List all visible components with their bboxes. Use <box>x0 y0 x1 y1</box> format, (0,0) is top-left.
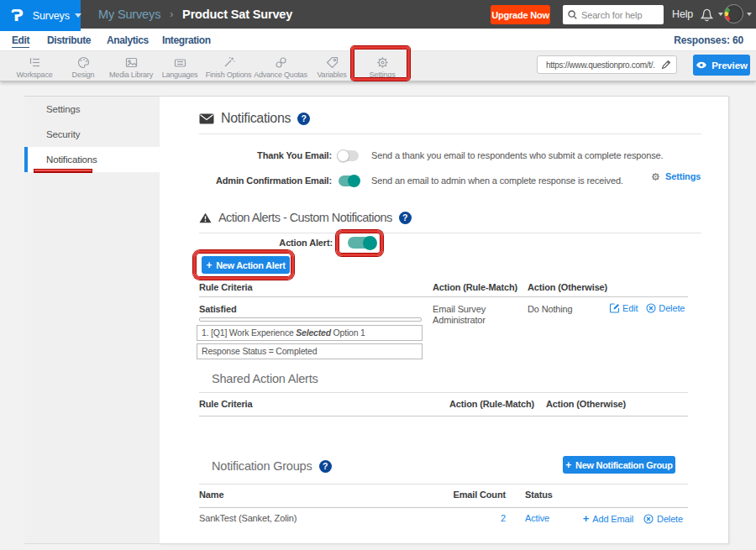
envelope-icon <box>199 113 214 124</box>
table-top-line <box>199 392 688 393</box>
group-status[interactable]: Active <box>525 513 549 523</box>
edit-alert-link[interactable]: Edit <box>622 303 638 313</box>
warning-icon <box>199 212 212 223</box>
survey-url-field[interactable]: https://www.questionpro.com/t/. <box>537 55 677 74</box>
responses-count[interactable]: Responses: 60 <box>674 34 743 46</box>
notifications-annotation-underline <box>34 169 92 173</box>
notifications-bell-button[interactable] <box>699 6 723 23</box>
shared-action-otherwise-header: Action (Otherwise) <box>546 399 626 409</box>
action-alerts-help-icon[interactable]: ? <box>399 212 412 224</box>
avatar <box>724 4 743 24</box>
chain-links-icon <box>274 55 288 70</box>
action-rule-match-value: Email Survey Administrator <box>433 304 508 326</box>
admin-email-settings-link[interactable]: Settings <box>651 171 701 181</box>
help-link[interactable]: Help <box>672 8 693 20</box>
table-divider <box>199 507 688 508</box>
breadcrumb-separator: › <box>170 8 173 20</box>
notification-groups-help-icon[interactable]: ? <box>319 460 332 473</box>
action-otherwise-header: Action (Otherwise) <box>528 282 607 292</box>
divider <box>199 134 701 134</box>
delete-alert-link[interactable]: Delete <box>659 303 685 313</box>
page-title: Notifications <box>221 111 291 126</box>
action-rule-match-header: Action (Rule-Match) <box>433 282 517 292</box>
breadcrumb-my-surveys[interactable]: My Surveys <box>98 8 160 21</box>
group-email-count[interactable]: 2 <box>412 513 506 523</box>
tab-analytics[interactable]: Analytics <box>107 34 149 46</box>
plus-icon: + <box>583 512 589 525</box>
action-alerts-title: Action Alerts - Custom Notifications <box>218 211 392 224</box>
group-row-actions: + Add Email Delete <box>583 512 683 525</box>
criteria-bar <box>199 317 422 322</box>
criteria-status: Satisfied <box>199 304 237 314</box>
plus-icon: + <box>565 459 571 471</box>
edit-url-pencil-icon[interactable] <box>661 60 671 70</box>
new-action-alert-annotation-box <box>193 250 294 280</box>
thank-you-email-toggle[interactable] <box>339 150 359 161</box>
keyboard-icon <box>173 55 187 70</box>
table-divider <box>199 416 688 416</box>
table-divider <box>199 296 688 297</box>
chevron-down-icon <box>75 13 81 18</box>
group-name: SankTest (Sanket, Zolin) <box>199 513 297 523</box>
notifications-heading-row: Notifications ? <box>199 111 310 126</box>
add-email-link[interactable]: Add Email <box>592 514 633 524</box>
action-alert-label: Action Alert: <box>199 238 333 248</box>
email-count-header: Email Count <box>412 490 506 500</box>
image-icon <box>124 55 139 70</box>
help-search-input[interactable]: Search for help <box>563 5 664 24</box>
bell-icon <box>699 6 715 23</box>
delete-circle-icon <box>643 514 654 524</box>
criteria-condition-2: Response Status = Completed <box>197 343 423 359</box>
search-placeholder: Search for help <box>581 10 642 20</box>
avatar-chevron-icon <box>747 13 752 16</box>
edit-icon <box>610 303 620 313</box>
account-menu-button[interactable] <box>724 4 752 24</box>
action-alerts-heading-row: Action Alerts - Custom Notifications ? <box>199 211 412 224</box>
magic-wand-icon <box>222 55 236 70</box>
tab-edit[interactable]: Edit <box>12 34 29 48</box>
sidebar-item-security[interactable]: Security <box>24 122 160 147</box>
tag-icon <box>325 55 339 70</box>
notification-groups-title: Notification Groups <box>212 459 312 473</box>
action-alert-annotation-box <box>336 230 383 256</box>
settings-annotation-box <box>351 46 410 81</box>
alert-row-actions: Edit Delete <box>610 303 685 313</box>
notifications-panel: Notifications ? Thank You Email: Send a … <box>160 96 729 544</box>
shared-rule-criteria-header: Rule Criteria <box>199 399 252 409</box>
bell-chevron-icon <box>718 13 723 16</box>
palette-icon <box>76 55 91 70</box>
settings-sidebar: Settings Security Notifications <box>24 96 160 544</box>
tab-integration[interactable]: Integration <box>162 34 211 46</box>
survey-url-text: https://www.questionpro.com/t/. <box>546 60 661 70</box>
group-name-header: Name <box>199 490 223 500</box>
divider <box>199 233 701 233</box>
breadcrumb: My Surveys › Product Sat Survey <box>98 0 292 29</box>
logo-box[interactable]: Ɂ Surveys <box>0 0 81 31</box>
new-notification-group-button[interactable]: + New Notification Group <box>563 456 675 474</box>
admin-confirmation-email-description: Send an email to admin when a complete r… <box>371 175 623 186</box>
status-header: Status <box>525 490 553 500</box>
upgrade-now-button[interactable]: Upgrade Now <box>491 5 550 24</box>
admin-confirmation-email-toggle[interactable] <box>339 175 359 186</box>
product-switcher-label: Surveys <box>33 10 70 22</box>
sidebar-item-settings[interactable]: Settings <box>24 97 160 122</box>
search-icon <box>568 10 577 19</box>
notification-groups-heading-row: Notification Groups ? <box>212 459 332 473</box>
preview-button[interactable]: Preview <box>693 55 750 76</box>
notifications-help-icon[interactable]: ? <box>297 113 310 125</box>
breadcrumb-current-survey: Product Sat Survey <box>182 8 292 21</box>
criteria-condition-1: 1. [Q1] Work Experience Selected Option … <box>197 325 423 341</box>
table-top-line <box>199 484 688 485</box>
gear-icon <box>651 172 660 181</box>
eye-icon <box>696 61 707 69</box>
tab-distribute[interactable]: Distribute <box>47 34 91 46</box>
thank-you-email-label: Thank You Email: <box>199 150 332 160</box>
admin-confirmation-email-label: Admin Confirmation Email: <box>199 175 332 186</box>
workspace-icon <box>28 55 42 70</box>
thank-you-email-description: Send a thank you email to respondents wh… <box>371 150 663 160</box>
shared-action-rule-match-header: Action (Rule-Match) <box>449 399 534 409</box>
delete-circle-icon <box>646 303 656 313</box>
shared-action-alerts-title: Shared Action Alerts <box>212 372 318 385</box>
action-otherwise-value: Do Nothing <box>528 304 573 314</box>
delete-group-link[interactable]: Delete <box>657 514 683 524</box>
